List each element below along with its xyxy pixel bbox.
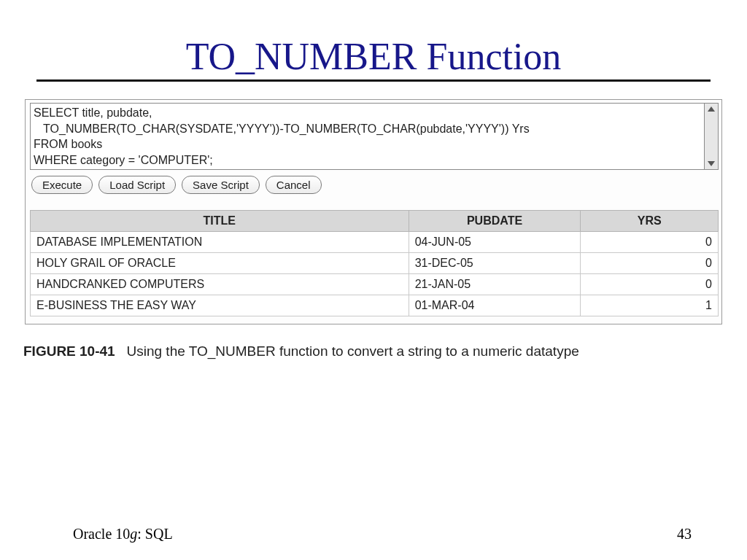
load-script-button[interactable]: Load Script [98,176,176,194]
footer-product: Oracle 10g: SQL [73,526,173,542]
table-header-row: TITLE PUBDATE YRS [31,211,719,232]
save-script-button[interactable]: Save Script [182,176,260,194]
sql-app-panel: SELECT title, pubdate, TO_NUMBER(TO_CHAR… [25,99,722,324]
cell-title: HANDCRANKED COMPUTERS [31,274,409,295]
table-row: HANDCRANKED COMPUTERS 21-JAN-05 0 [31,274,719,295]
scroll-down-icon[interactable] [708,161,715,166]
slide-title: TO_NUMBER Function [22,35,725,78]
figure-caption: FIGURE 10-41 Using the TO_NUMBER functio… [23,343,725,359]
results-table: TITLE PUBDATE YRS DATABASE IMPLEMENTATIO… [30,210,719,316]
execute-button[interactable]: Execute [31,176,93,194]
cell-yrs: 0 [581,232,719,253]
col-header-yrs: YRS [581,211,719,232]
table-row: E-BUSINESS THE EASY WAY 01-MAR-04 1 [31,295,719,316]
scroll-up-icon[interactable] [708,106,715,112]
sql-scrollbar[interactable] [705,103,719,170]
sql-line-2: TO_NUMBER(TO_CHAR(SYSDATE,'YYYY'))-TO_NU… [34,122,530,135]
sql-editor[interactable]: SELECT title, pubdate, TO_NUMBER(TO_CHAR… [30,103,705,170]
footer-pre: Oracle 10 [73,526,130,542]
figure-text: Using the TO_NUMBER function to convert … [127,343,579,359]
cell-pubdate: 04-JUN-05 [409,232,581,253]
cell-yrs: 1 [581,295,719,316]
footer-g: g [130,526,137,542]
sql-line-3: FROM books [34,138,102,150]
col-header-pubdate: PUBDATE [409,211,581,232]
toolbar: Execute Load Script Save Script Cancel [30,176,719,194]
cell-title: E-BUSINESS THE EASY WAY [31,295,409,316]
cell-yrs: 0 [581,274,719,295]
cancel-button[interactable]: Cancel [266,176,322,194]
table-row: DATABASE IMPLEMENTATION 04-JUN-05 0 [31,232,719,253]
table-row: HOLY GRAIL OF ORACLE 31-DEC-05 0 [31,253,719,274]
cell-pubdate: 31-DEC-05 [409,253,581,274]
sql-line-4: WHERE category = 'COMPUTER'; [34,154,213,166]
footer-page-number: 43 [677,526,692,542]
footer-post: : SQL [137,526,172,542]
title-rule [36,79,711,82]
cell-yrs: 0 [581,253,719,274]
col-header-title: TITLE [31,211,409,232]
cell-title: HOLY GRAIL OF ORACLE [31,253,409,274]
cell-pubdate: 01-MAR-04 [409,295,581,316]
figure-label: FIGURE 10-41 [23,343,115,359]
cell-pubdate: 21-JAN-05 [409,274,581,295]
sql-line-1: SELECT title, pubdate, [34,106,152,119]
cell-title: DATABASE IMPLEMENTATION [31,232,409,253]
